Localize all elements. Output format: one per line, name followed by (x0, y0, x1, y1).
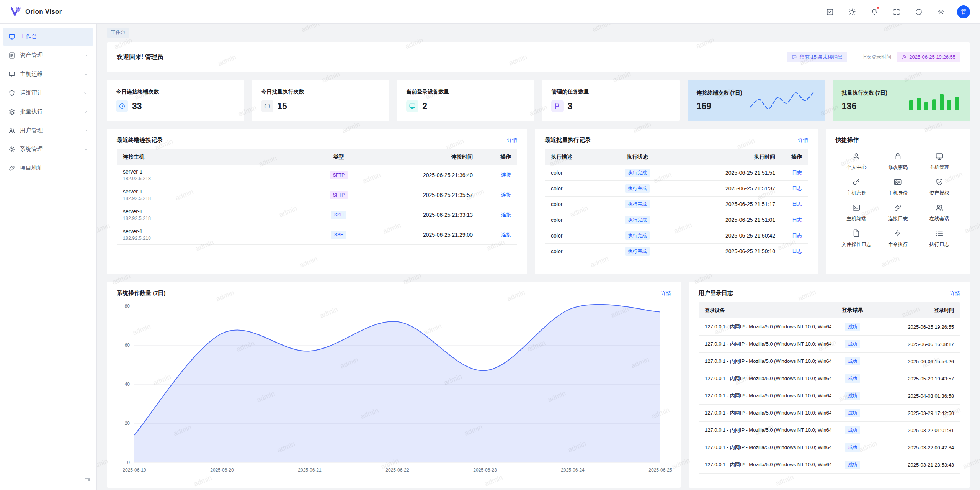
sidebar-item[interactable]: 工作台 (3, 28, 93, 46)
breadcrumb-item[interactable]: 工作台 (107, 28, 129, 38)
assets-icon (8, 52, 15, 59)
tasks-icon[interactable] (824, 6, 836, 18)
quick-action[interactable]: 主机管理 (919, 152, 960, 171)
login-time: 2025-05-29 19:43:57 (874, 376, 954, 382)
column-header: 连接时间 (362, 154, 473, 161)
quick-action[interactable]: 连接日志 (877, 203, 918, 222)
connect-link[interactable]: 连接 (501, 232, 511, 238)
login-result-tag: 成功 (845, 392, 860, 400)
collapse-sidebar-icon[interactable] (84, 477, 91, 485)
column-header: 执行描述 (551, 154, 607, 161)
quick-action[interactable]: 主机身份 (877, 178, 918, 197)
svg-text:2025-06-25: 2025-06-25 (648, 467, 672, 473)
sidebar-item[interactable]: 运维审计 (3, 84, 93, 102)
stat-label: 批量执行次数 (7日) (842, 90, 887, 97)
refresh-icon[interactable] (913, 6, 925, 18)
quick-action-label: 文件操作日志 (841, 241, 871, 248)
quick-action[interactable]: 在线会话 (919, 203, 960, 222)
panel-title: 快捷操作 (836, 136, 859, 144)
exec-status-tag: 执行完成 (625, 200, 650, 208)
stat-sparkline (748, 89, 816, 111)
stat-label: 今日连接终端次数 (116, 88, 159, 95)
column-header: 操作 (473, 154, 511, 161)
batch-icon (8, 108, 15, 115)
unread-messages-badge[interactable]: 您有 15 条未读消息 (787, 52, 848, 62)
host-ip: 182.92.5.218 (123, 216, 316, 221)
log-link[interactable]: 日志 (792, 233, 802, 238)
sidebar-item-label: 系统管理 (20, 146, 79, 153)
quick-action[interactable]: 修改密码 (877, 152, 918, 171)
svg-text:2025-06-20: 2025-06-20 (210, 467, 234, 473)
welcome-meta: 您有 15 条未读消息 上次登录时间 2025-06-25 19:26:55 (787, 52, 960, 62)
svg-text:0: 0 (127, 460, 130, 465)
login-time: 2025-03-22 01:01:31 (874, 428, 954, 433)
log-link[interactable]: 日志 (792, 217, 802, 223)
sidebar-item[interactable]: 批量执行 (3, 103, 93, 121)
quick-action-label: 修改密码 (888, 164, 908, 171)
stat-label: 当前登录设备数量 (406, 88, 449, 95)
column-header: 连接主机 (123, 154, 316, 161)
table-row: 127.0.0.1 - 内网IP - Mozilla/5.0 (Windows … (699, 456, 960, 474)
quick-action[interactable]: 主机终端 (836, 203, 877, 222)
stat-card: 连接终端次数 (7日) 169 (688, 80, 825, 121)
sidebar-item-label: 资产管理 (20, 52, 79, 59)
log-link[interactable]: 日志 (792, 201, 802, 207)
clock-icon (901, 54, 906, 60)
link-icon (893, 203, 902, 212)
connect-link[interactable]: 连接 (501, 192, 511, 198)
log-link[interactable]: 日志 (792, 248, 802, 254)
panel-title: 最近终端连接记录 (117, 136, 163, 144)
app-title: Orion Visor (25, 8, 62, 16)
terminal-detail-link[interactable]: 详情 (507, 137, 517, 144)
quick-action[interactable]: 命令执行 (877, 229, 918, 248)
column-header: 操作 (775, 154, 802, 161)
sidebar-item[interactable]: 用户管理 (3, 121, 93, 139)
stat-label: 今日批量执行次数 (261, 88, 304, 95)
stat-value: 15 (277, 101, 287, 111)
stat-card: 管理的任务数量 3 (542, 80, 679, 121)
table-row: 127.0.0.1 - 内网IP - Mozilla/5.0 (Windows … (699, 439, 960, 456)
user-icon (852, 152, 861, 161)
quick-action[interactable]: 资产授权 (919, 178, 960, 197)
sidebar-item[interactable]: 系统管理 (3, 140, 93, 158)
connect-time: 2025-06-25 21:33:13 (362, 212, 473, 218)
terminal-records-panel: 最近终端连接记录 详情 连接主机 类型 连接时间 操作 server-1 182… (107, 129, 527, 274)
link-icon (8, 165, 15, 172)
log-link[interactable]: 日志 (792, 170, 802, 175)
log-link[interactable]: 日志 (792, 185, 802, 191)
quick-action[interactable]: 个人中心 (836, 152, 877, 171)
idcard-icon (893, 178, 902, 186)
exec-status-tag: 执行完成 (625, 216, 650, 224)
fullscreen-icon[interactable] (890, 6, 903, 18)
last-login-time: 2025-06-25 19:26:55 (909, 54, 956, 60)
svg-text:2025-06-21: 2025-06-21 (298, 467, 322, 473)
login-result-tag: 成功 (845, 374, 860, 383)
login-time: 2025-04-03 01:36:58 (874, 393, 954, 399)
chart-detail-link[interactable]: 详情 (661, 290, 671, 297)
stat-card: 今日连接终端次数 33 (107, 80, 244, 121)
system-ops-chart: 0204060802025-06-192025-06-202025-06-212… (117, 302, 671, 475)
top-header: Orion Visor 管 (0, 0, 980, 24)
host-ip: 182.92.5.218 (123, 176, 316, 181)
sidebar-item[interactable]: 资产管理 (3, 46, 93, 64)
app-logo[interactable]: Orion Visor (10, 6, 62, 18)
login-log-panel: 用户登录日志 详情 登录设备 登录结果 登录时间 127.0.0.1 - 内网I… (689, 282, 970, 488)
theme-icon[interactable] (846, 6, 858, 18)
quick-action[interactable]: 执行日志 (919, 229, 960, 248)
host-name: server-1 (123, 228, 316, 234)
login-detail-link[interactable]: 详情 (950, 290, 960, 297)
quick-action[interactable]: 主机密钥 (836, 178, 877, 197)
batch-detail-link[interactable]: 详情 (798, 137, 808, 144)
user-avatar[interactable]: 管 (957, 5, 970, 18)
sidebar-item[interactable]: 项目地址 (3, 159, 93, 177)
sidebar-item[interactable]: 主机运维 (3, 65, 93, 83)
connect-link[interactable]: 连接 (501, 212, 511, 218)
notifications-icon[interactable] (868, 6, 880, 18)
settings-icon[interactable] (935, 6, 947, 18)
connect-link[interactable]: 连接 (501, 172, 511, 178)
sidebar-item-label: 运维审计 (20, 89, 79, 97)
exec-time: 2025-06-25 21:51:17 (668, 201, 775, 207)
exec-description: color (551, 233, 607, 239)
quick-action[interactable]: 文件操作日志 (836, 229, 877, 248)
dashboard-icon (8, 33, 15, 40)
